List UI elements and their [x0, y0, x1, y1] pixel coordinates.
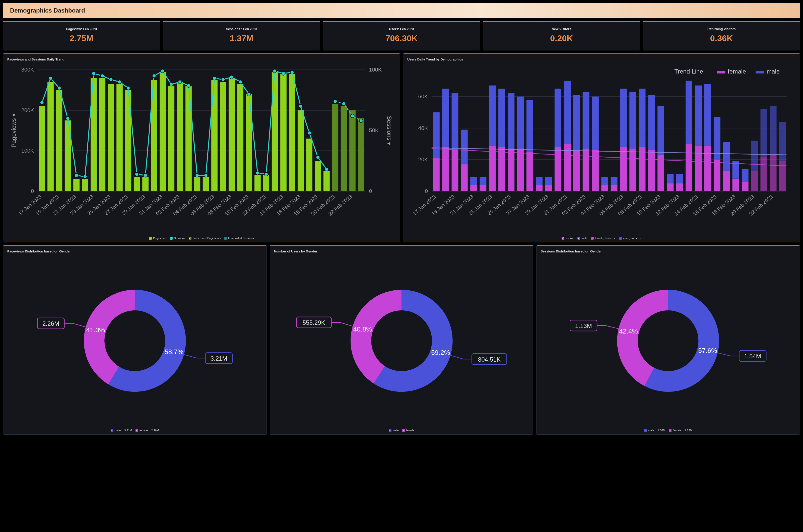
svg-text:0: 0	[31, 188, 34, 194]
svg-rect-154	[611, 185, 617, 191]
chart-users-gender-donut: Number of Users by Gender 59.2%40.8%804.…	[270, 245, 534, 435]
legend-male[interactable]: ✓male	[111, 429, 121, 432]
svg-point-71	[230, 75, 234, 79]
svg-rect-124	[470, 185, 477, 191]
svg-rect-173	[695, 86, 702, 146]
kpi-sessions: Sessions : Feb 2023 1.37M	[163, 21, 320, 51]
svg-point-82	[325, 168, 328, 171]
svg-rect-132	[508, 149, 514, 191]
svg-text:Pageviews  ▾: Pageviews ▾	[10, 113, 17, 148]
legend-label: Sessions	[174, 236, 185, 240]
svg-rect-48	[358, 118, 364, 191]
svg-point-86	[359, 119, 363, 123]
svg-point-83	[333, 100, 337, 103]
legend-forecast-pageviews[interactable]: ✓Forecasted Pageviews	[189, 236, 221, 240]
svg-rect-39	[280, 74, 287, 191]
legend-male[interactable]: ✓male	[389, 429, 399, 432]
svg-point-78	[290, 71, 294, 74]
svg-rect-176	[714, 159, 721, 191]
svg-rect-168	[676, 183, 683, 191]
svg-rect-127	[480, 177, 486, 185]
legend-female-forecast[interactable]: ✓female, Forecast	[591, 236, 615, 240]
legend-label: male, Forecast	[623, 236, 642, 240]
svg-rect-40	[289, 74, 295, 191]
legend-female-value: 1.13M	[685, 429, 692, 432]
svg-rect-146	[573, 150, 580, 191]
svg-rect-38	[272, 72, 278, 191]
svg-rect-11	[39, 106, 45, 191]
legend-male[interactable]: ✓male	[644, 429, 654, 432]
chart-pageviews-sessions-trend: Pageviews and Sessions Daily Trend 0100K…	[3, 54, 400, 242]
chart2-legend: ✓female ✓male ✓female, Forecast ✓male, F…	[407, 236, 796, 240]
svg-point-56	[100, 74, 104, 78]
svg-point-64	[169, 82, 173, 86]
svg-rect-139	[536, 177, 542, 185]
legend-male[interactable]: ✓male	[577, 236, 588, 240]
svg-rect-189	[770, 106, 777, 155]
svg-rect-143	[555, 89, 561, 147]
legend-female[interactable]: ✓female	[402, 429, 414, 432]
svg-rect-167	[667, 174, 673, 184]
svg-rect-41	[298, 110, 304, 191]
svg-rect-185	[751, 141, 758, 171]
kpi-label: Users: Feb 2023	[326, 27, 477, 31]
legend-label: Pageviews	[153, 236, 166, 240]
svg-rect-144	[564, 144, 571, 191]
svg-rect-156	[620, 147, 627, 191]
svg-rect-12	[47, 82, 54, 191]
legend-female[interactable]: ✓female	[669, 429, 681, 432]
svg-rect-166	[667, 183, 673, 191]
legend-sessions[interactable]: ✓Sessions	[170, 236, 185, 240]
svg-rect-153	[601, 177, 608, 185]
svg-rect-162	[648, 150, 655, 191]
svg-rect-136	[527, 152, 533, 191]
chart-title: Sessions Distribution based on Gender	[540, 249, 796, 253]
svg-rect-126	[480, 185, 486, 191]
svg-rect-20	[116, 84, 123, 191]
svg-rect-131	[498, 89, 505, 147]
donut2-legend: ✓male ✓female	[274, 429, 529, 432]
svg-point-63	[161, 69, 165, 73]
svg-text:3.21M: 3.21M	[211, 355, 227, 362]
svg-rect-175	[704, 84, 711, 145]
kpi-value: 706.30K	[326, 33, 477, 43]
svg-rect-163	[648, 95, 655, 150]
kpi-value: 1.37M	[166, 33, 318, 43]
svg-rect-187	[760, 109, 767, 157]
legend-female[interactable]: ✓female	[135, 429, 148, 432]
svg-point-53	[75, 174, 78, 177]
legend-pageviews[interactable]: ✓Pageviews	[149, 236, 166, 240]
svg-point-62	[152, 74, 156, 78]
svg-rect-121	[452, 93, 458, 150]
svg-rect-125	[470, 177, 477, 185]
svg-rect-141	[545, 177, 552, 185]
svg-rect-34	[237, 84, 243, 191]
svg-point-65	[178, 80, 182, 84]
svg-rect-135	[517, 97, 524, 150]
dashboard-title: Demographics Dashboard	[3, 3, 800, 18]
legend-female[interactable]: ✓female	[561, 236, 574, 240]
svg-rect-134	[517, 150, 524, 191]
svg-rect-119	[442, 89, 449, 147]
kpi-label: New Visitors	[486, 27, 637, 31]
donut2-svg: 59.2%40.8%804.51K555.29K	[274, 256, 529, 426]
chart-sessions-gender-donut: Sessions Distribution based on Gender 57…	[536, 245, 800, 435]
svg-rect-25	[159, 72, 166, 191]
svg-rect-118	[442, 147, 449, 191]
svg-rect-142	[555, 147, 561, 191]
svg-rect-160	[639, 147, 646, 191]
svg-rect-151	[592, 97, 599, 150]
chart-users-demographics-trend: Users Daily Trend by Demographics 020K40…	[403, 54, 800, 242]
legend-forecast-sessions[interactable]: ✓Forecasted Sessions	[224, 236, 254, 240]
kpi-value: 0.20K	[486, 33, 637, 43]
legend-label: male	[581, 236, 588, 240]
svg-rect-43	[315, 161, 321, 191]
svg-point-79	[299, 104, 303, 108]
svg-rect-32	[220, 82, 226, 191]
legend-male-forecast[interactable]: ✓male, Forecast	[619, 236, 642, 240]
svg-rect-159	[629, 92, 636, 149]
svg-rect-27	[177, 82, 183, 191]
kpi-pageview: Pageview: Feb 2023 2.75M	[3, 21, 160, 51]
svg-rect-37	[263, 175, 269, 191]
kpi-returning-visitors: Returning Visitors 0.36K	[643, 21, 800, 51]
